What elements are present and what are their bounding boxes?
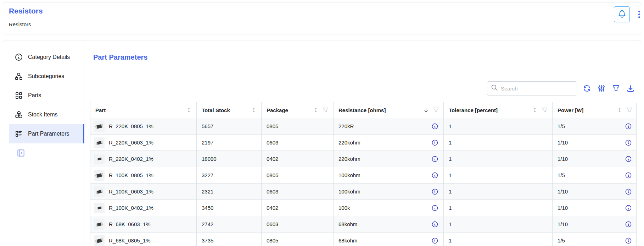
- sort-icon[interactable]: [313, 107, 319, 113]
- part-name: R_220K_0402_1%: [109, 156, 153, 162]
- total-stock-value: 2742: [202, 221, 213, 227]
- total-stock-value: 18090: [202, 156, 217, 162]
- sort-desc-icon[interactable]: [423, 107, 429, 113]
- part-name: R_220K_0805_1%: [109, 123, 153, 129]
- more-menu-button[interactable]: [635, 10, 643, 19]
- sort-icon[interactable]: [532, 107, 538, 113]
- column-header-power-w-[interactable]: Power [W]: [553, 102, 637, 118]
- total-stock-value: 3227: [202, 172, 213, 178]
- info-circle-icon: [15, 53, 23, 61]
- sidebar-item-label: Parts: [28, 92, 41, 99]
- filter-button[interactable]: [612, 84, 620, 93]
- info-icon[interactable]: [431, 155, 438, 163]
- info-icon[interactable]: [625, 204, 632, 212]
- sidebar-item-subcategories[interactable]: Subcategories: [9, 67, 84, 86]
- sidebar-item-stock-items[interactable]: Stock Items: [9, 105, 84, 124]
- resistance-value: 220kR: [338, 123, 354, 129]
- part-thumbnail: [94, 137, 105, 148]
- table-row[interactable]: R_220K_0603_1% 2197 0603 220kohm 1 1/10: [90, 135, 636, 151]
- info-icon[interactable]: [625, 139, 632, 146]
- info-icon[interactable]: [431, 123, 438, 130]
- power-value: 1/5: [558, 237, 565, 244]
- sidebar-item-label: Subcategories: [28, 73, 64, 80]
- total-stock-value: 2197: [202, 140, 213, 146]
- package-value: 0603: [267, 221, 278, 227]
- tolerance-value: 1: [449, 237, 452, 244]
- refresh-button[interactable]: [583, 84, 591, 93]
- info-icon[interactable]: [625, 123, 632, 130]
- list-details-icon: [15, 130, 23, 138]
- kebab-dot: [638, 13, 640, 15]
- panel-sidebar: Category Details Subcategories Parts Sto…: [3, 40, 84, 246]
- package-value: 0402: [267, 156, 278, 162]
- tolerance-value: 1: [449, 221, 452, 227]
- info-icon[interactable]: [431, 221, 438, 228]
- info-icon[interactable]: [431, 139, 438, 146]
- part-thumbnail: [94, 121, 105, 132]
- table-row[interactable]: R_220K_0805_1% 5657 0805 220kR 1 1/5: [90, 118, 636, 135]
- sidebar-collapse-button[interactable]: [16, 148, 26, 158]
- tolerance-value: 1: [449, 140, 452, 146]
- column-filter-icon[interactable]: [626, 107, 633, 113]
- part-thumbnail: [94, 186, 105, 197]
- info-icon[interactable]: [625, 221, 632, 228]
- info-icon[interactable]: [625, 172, 632, 179]
- sort-icon[interactable]: [251, 107, 257, 113]
- sidebar-item-label: Category Details: [28, 54, 70, 60]
- info-icon[interactable]: [431, 237, 438, 244]
- column-filter-icon[interactable]: [542, 107, 548, 113]
- kebab-dot: [638, 11, 640, 12]
- sidebar-item-category-details[interactable]: Category Details: [9, 48, 84, 67]
- search-input[interactable]: [501, 86, 573, 92]
- tolerance-value: 1: [449, 123, 452, 129]
- packages-icon: [15, 110, 23, 119]
- breadcrumb[interactable]: Resistors: [9, 21, 31, 27]
- kebab-dot: [638, 16, 640, 18]
- table-row[interactable]: R_220K_0402_1% 18090 0402 220kohm 1 1/10: [90, 151, 636, 167]
- column-filter-icon[interactable]: [323, 107, 329, 113]
- column-header-tolerance-percent-[interactable]: Tolerance [percent]: [444, 102, 553, 118]
- column-header-resistance-ohms-[interactable]: Resistance [ohms]: [334, 102, 444, 118]
- sort-icon[interactable]: [186, 107, 192, 113]
- column-filter-icon[interactable]: [433, 107, 439, 113]
- sitemap-icon: [15, 72, 23, 81]
- info-icon[interactable]: [625, 155, 632, 163]
- sidebar-item-label: Part Parameters: [28, 131, 69, 137]
- resistance-value: 68kohm: [338, 221, 357, 227]
- table-row[interactable]: R_68K_0805_1% 3735 0805 68kohm 1 1/5: [90, 233, 636, 246]
- table-row[interactable]: R_100K_0402_1% 3450 0402 100k 1 1/10: [90, 200, 636, 216]
- part-parameters-table: Part Total Stock Package Resistance [ohm…: [90, 102, 637, 246]
- column-header-package[interactable]: Package: [262, 102, 334, 118]
- part-name: R_100K_0603_1%: [109, 188, 153, 195]
- notifications-button[interactable]: [614, 6, 630, 22]
- table-row[interactable]: R_100K_0603_1% 2321 0603 100kohm 1 1/10: [90, 184, 636, 200]
- table-search: [487, 81, 577, 95]
- part-thumbnail: [94, 203, 105, 213]
- panel-title: Part Parameters: [93, 53, 147, 61]
- column-header-total-stock[interactable]: Total Stock: [197, 102, 262, 118]
- part-name: R_100K_0402_1%: [109, 205, 153, 211]
- sidebar-item-parts[interactable]: Parts: [9, 86, 84, 105]
- panel-divider: [93, 75, 637, 75]
- info-icon[interactable]: [431, 172, 438, 179]
- power-value: 1/5: [558, 123, 565, 129]
- tolerance-value: 1: [449, 172, 452, 178]
- download-button[interactable]: [626, 84, 635, 93]
- sidebar-collapse-icon: [16, 153, 26, 159]
- info-icon[interactable]: [431, 204, 438, 212]
- table-row[interactable]: R_68K_0603_1% 2742 0603 68kohm 1 1/10: [90, 216, 636, 233]
- column-header-part[interactable]: Part: [90, 102, 197, 118]
- sort-icon[interactable]: [616, 107, 623, 113]
- adjustments-button[interactable]: [597, 84, 606, 93]
- info-icon[interactable]: [625, 188, 632, 195]
- part-thumbnail: [94, 235, 105, 246]
- tolerance-value: 1: [449, 205, 452, 211]
- table-row[interactable]: R_100K_0805_1% 3227 0805 100kohm 1 1/5: [90, 167, 636, 184]
- sidebar-item-part-parameters[interactable]: Part Parameters: [9, 124, 84, 143]
- table-header-row: Part Total Stock Package Resistance [ohm…: [90, 102, 636, 118]
- total-stock-value: 2321: [202, 188, 213, 195]
- info-icon[interactable]: [625, 237, 632, 244]
- tolerance-value: 1: [449, 188, 452, 195]
- package-value: 0805: [267, 237, 278, 244]
- info-icon[interactable]: [431, 188, 438, 195]
